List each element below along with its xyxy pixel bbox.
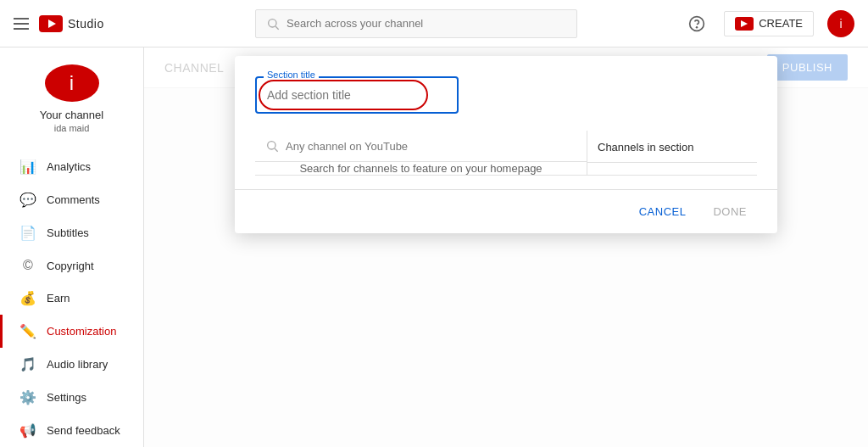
create-button[interactable]: CREATE	[724, 11, 814, 36]
sidebar-label-comments: Comments	[47, 193, 100, 206]
sidebar-item-comments[interactable]: 💬 Comments	[0, 183, 143, 216]
hamburger-icon[interactable]	[14, 18, 29, 30]
sidebar-avatar-letter: i	[70, 71, 74, 95]
help-icon	[688, 15, 705, 32]
search-bar[interactable]	[255, 9, 577, 38]
header-right: CREATE i	[683, 10, 854, 37]
user-avatar-button[interactable]: i	[827, 10, 854, 37]
modal-overlay: Section title	[144, 47, 868, 447]
channels-in-section-panel: Channels in section	[587, 131, 757, 175]
sidebar-label-send-feedback: Send feedback	[47, 424, 120, 437]
main-layout: i Your channel ida maid 📊 Analytics 💬 Co…	[0, 47, 868, 447]
logo-area: Studio	[39, 15, 104, 32]
channels-empty-message: Search for channels to feature on your h…	[299, 162, 542, 175]
copyright-icon: ©	[19, 258, 36, 273]
create-icon	[735, 17, 754, 31]
sidebar-item-earn[interactable]: 💰 Earn	[0, 282, 143, 315]
sidebar-label-subtitles: Subtitles	[47, 226, 89, 239]
sidebar-label-settings: Settings	[47, 391, 86, 404]
sidebar-channel-name: Your channel	[40, 109, 103, 121]
section-title-input[interactable]	[255, 76, 459, 114]
svg-line-7	[275, 148, 278, 152]
channel-search-icon	[265, 139, 279, 153]
audio-library-icon: 🎵	[19, 356, 36, 372]
avatar-letter: i	[839, 17, 842, 31]
channel-search-input[interactable]	[286, 140, 576, 153]
feedback-icon: 📢	[19, 422, 36, 439]
sidebar-item-settings[interactable]: ⚙️ Settings	[0, 381, 143, 414]
channels-list-empty-area: Search for channels to feature on your h…	[255, 162, 587, 175]
top-header: Studio CREATE i	[0, 0, 868, 47]
modal-footer: CANCEL DONE	[235, 189, 777, 233]
analytics-icon: 📊	[19, 159, 36, 175]
subtitles-icon: 📄	[19, 225, 36, 241]
svg-point-6	[268, 142, 275, 149]
sidebar-nav: 📊 Analytics 💬 Comments 📄 Subtitles © Cop…	[0, 150, 143, 447]
header-left: Studio	[14, 15, 149, 32]
modal-search-area: Search for channels to feature on your h…	[255, 131, 757, 176]
svg-point-2	[269, 19, 276, 26]
sidebar-channel-avatar: i	[45, 64, 99, 102]
help-button[interactable]	[683, 10, 710, 37]
comments-icon: 💬	[19, 192, 36, 208]
settings-icon: ⚙️	[19, 389, 36, 405]
studio-label: Studio	[68, 17, 104, 31]
sidebar-label-earn: Earn	[47, 292, 70, 305]
search-input[interactable]	[287, 17, 566, 30]
sidebar-item-customization[interactable]: ✏️ Customization	[0, 315, 143, 348]
earn-icon: 💰	[19, 290, 36, 306]
header-search	[149, 9, 683, 38]
add-section-modal: Section title	[235, 56, 777, 233]
channels-in-section-header: Channels in section	[587, 131, 757, 163]
sidebar-label-audio-library: Audio library	[47, 358, 108, 371]
sidebar-label-copyright: Copyright	[47, 260, 94, 272]
section-title-field: Section title	[255, 76, 757, 114]
search-icon	[266, 17, 280, 31]
sidebar-label-analytics: Analytics	[47, 160, 91, 173]
sidebar-label-customization: Customization	[47, 325, 116, 338]
modal-done-button[interactable]: DONE	[703, 200, 757, 223]
sidebar-channel-handle: ida maid	[54, 123, 90, 133]
sidebar-item-subtitles[interactable]: 📄 Subtitles	[0, 216, 143, 249]
sidebar-item-send-feedback[interactable]: 📢 Send feedback	[0, 414, 143, 447]
svg-line-3	[275, 26, 279, 30]
sidebar-item-audio-library[interactable]: 🎵 Audio library	[0, 348, 143, 381]
channel-search-bar	[255, 131, 587, 162]
customization-icon: ✏️	[19, 323, 36, 339]
sidebar-item-copyright[interactable]: © Copyright	[0, 249, 143, 282]
modal-cancel-button[interactable]: CANCEL	[629, 200, 697, 223]
channels-search-panel: Search for channels to feature on your h…	[255, 131, 587, 175]
content-area: CHANNEL CANCEL PUBLISH Section title	[144, 47, 868, 447]
modal-body: Section title	[235, 56, 777, 189]
create-label: CREATE	[759, 17, 803, 30]
youtube-logo-icon	[39, 15, 63, 32]
sidebar: i Your channel ida maid 📊 Analytics 💬 Co…	[0, 47, 144, 447]
sidebar-item-analytics[interactable]: 📊 Analytics	[0, 150, 143, 183]
